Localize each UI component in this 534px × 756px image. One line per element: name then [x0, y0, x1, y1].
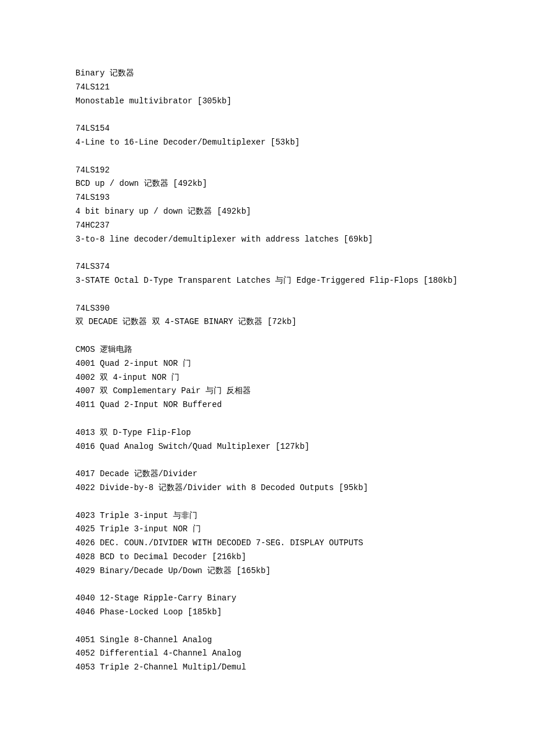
text-line: 74LS193	[75, 191, 459, 205]
text-line	[75, 246, 459, 260]
text-line	[75, 412, 459, 426]
text-line: CMOS 逻辑电路	[75, 343, 459, 357]
text-line: 4046 Phase-Locked Loop [185kb]	[75, 606, 459, 620]
text-line	[75, 495, 459, 509]
text-line: Binary 记数器	[75, 67, 459, 81]
text-line: 4007 双 Complementary Pair 与门 反相器	[75, 384, 459, 398]
text-line: 4053 Triple 2-Channel Multipl/Demul	[75, 661, 459, 675]
text-line: 4051 Single 8-Channel Analog	[75, 633, 459, 647]
text-line: 4023 Triple 3-input 与非门	[75, 509, 459, 523]
text-line: 4028 BCD to Decimal Decoder [216kb]	[75, 550, 459, 564]
text-line: 74LS390	[75, 302, 459, 316]
text-line: 74LS192	[75, 164, 459, 178]
text-line: 74HC237	[75, 219, 459, 233]
text-line	[75, 329, 459, 343]
text-line	[75, 578, 459, 592]
text-line: Monostable multivibrator [305kb]	[75, 95, 459, 109]
text-line: BCD up / down 记数器 [492kb]	[75, 177, 459, 191]
text-line	[75, 108, 459, 122]
document-content: Binary 记数器74LS121Monostable multivibrato…	[75, 67, 459, 675]
text-line: 4-Line to 16-Line Decoder/Demultiplexer …	[75, 136, 459, 150]
text-line: 74LS121	[75, 81, 459, 95]
text-line: 4017 Decade 记数器/Divider	[75, 467, 459, 481]
text-line: 4013 双 D-Type Flip-Flop	[75, 426, 459, 440]
text-line: 3-to-8 line decoder/demultiplexer with a…	[75, 233, 459, 247]
text-line	[75, 150, 459, 164]
text-line: 3-STATE Octal D-Type Transparent Latches…	[75, 274, 459, 288]
text-line: 4026 DEC. COUN./DIVIDER WITH DECODED 7-S…	[75, 537, 459, 550]
text-line: 4029 Binary/Decade Up/Down 记数器 [165kb]	[75, 564, 459, 578]
text-line	[75, 453, 459, 467]
text-line: 4052 Differential 4-Channel Analog	[75, 647, 459, 661]
text-line: 4040 12-Stage Ripple-Carry Binary	[75, 592, 459, 606]
text-line: 双 DECADE 记数器 双 4-STAGE BINARY 记数器 [72kb]	[75, 315, 459, 329]
text-line: 4001 Quad 2-input NOR 门	[75, 357, 459, 371]
text-line: 4025 Triple 3-input NOR 门	[75, 523, 459, 537]
text-line	[75, 288, 459, 302]
text-line: 4 bit binary up / down 记数器 [492kb]	[75, 205, 459, 219]
document-page: Binary 记数器74LS121Monostable multivibrato…	[0, 0, 534, 756]
text-line: 74LS154	[75, 122, 459, 136]
text-line	[75, 620, 459, 633]
text-line: 4002 双 4-input NOR 门	[75, 371, 459, 385]
text-line: 4022 Divide-by-8 记数器/Divider with 8 Deco…	[75, 481, 459, 495]
text-line: 4011 Quad 2-Input NOR Buffered	[75, 398, 459, 412]
text-line: 74LS374	[75, 260, 459, 274]
text-line: 4016 Quad Analog Switch/Quad Multiplexer…	[75, 440, 459, 454]
